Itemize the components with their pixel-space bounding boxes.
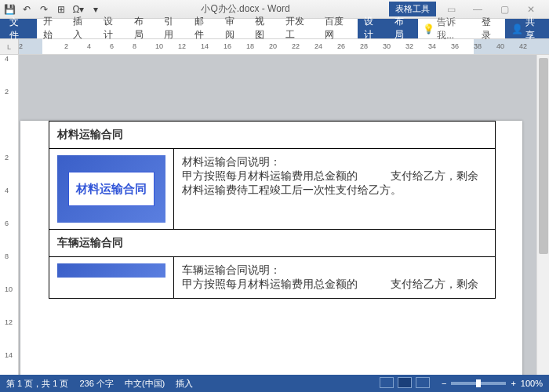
window-controls: ▭ — ▢ ✕ bbox=[436, 3, 546, 16]
document-area: 422468101214 材料运输合同 材料运输合同 材料运输合同说明： 甲方按… bbox=[0, 55, 549, 375]
zoom-control: − + 100% bbox=[442, 379, 543, 388]
contract-image-label: 材料运输合同 bbox=[68, 172, 155, 206]
word-count[interactable]: 236 个字 bbox=[79, 378, 113, 390]
status-bar: 第 1 页，共 1 页 236 个字 中文(中国) 插入 − + 100% bbox=[0, 375, 549, 392]
share-button[interactable]: 👤共享 bbox=[505, 19, 549, 38]
page-count[interactable]: 第 1 页，共 1 页 bbox=[6, 378, 68, 390]
tab-selector[interactable]: L bbox=[0, 39, 19, 54]
redo-icon[interactable]: ↷ bbox=[38, 3, 50, 16]
home-tab[interactable]: 开始 bbox=[37, 19, 67, 38]
zoom-level[interactable]: 100% bbox=[521, 379, 543, 388]
minimize-icon[interactable]: — bbox=[467, 3, 488, 16]
table-icon[interactable]: ⊞ bbox=[55, 3, 67, 16]
undo-icon[interactable]: ↶ bbox=[20, 3, 33, 16]
save-icon[interactable]: 💾 bbox=[3, 3, 16, 16]
file-tab[interactable]: 文件 bbox=[0, 19, 37, 38]
web-layout-icon[interactable] bbox=[416, 377, 430, 388]
zoom-out-button[interactable]: − bbox=[442, 379, 446, 388]
document-table[interactable]: 材料运输合同 材料运输合同 材料运输合同说明： 甲方按照每月材料运输费用总金额的… bbox=[49, 121, 496, 299]
view-tab[interactable]: 视图 bbox=[249, 19, 279, 38]
insert-mode[interactable]: 插入 bbox=[176, 378, 193, 390]
table-cell-body[interactable]: 材料运输合同说明： 甲方按照每月材料运输费用总金额的 支付给乙方，剩余材料运输费… bbox=[174, 149, 496, 230]
page[interactable]: 材料运输合同 材料运输合同 材料运输合同说明： 甲方按照每月材料运输费用总金额的… bbox=[20, 121, 522, 375]
read-mode-icon[interactable] bbox=[380, 377, 394, 388]
contract-image-partial[interactable] bbox=[57, 263, 165, 278]
vertical-scrollbar[interactable] bbox=[536, 55, 549, 375]
close-icon[interactable]: ✕ bbox=[521, 3, 541, 16]
zoom-in-button[interactable]: + bbox=[511, 379, 515, 388]
insert-tab[interactable]: 插入 bbox=[67, 19, 97, 38]
maximize-icon[interactable]: ▢ bbox=[494, 3, 514, 16]
bulb-icon: 💡 bbox=[423, 24, 434, 34]
table-row-header[interactable]: 材料运输合同 bbox=[49, 122, 496, 149]
view-buttons bbox=[379, 377, 431, 390]
ribbon-tabs: 文件 开始 插入 设计 布局 引用 邮件 审阅 视图 开发工 百度网 设计 布局… bbox=[0, 19, 549, 39]
developer-tab[interactable]: 开发工 bbox=[279, 19, 318, 38]
language-status[interactable]: 中文(中国) bbox=[125, 378, 165, 390]
review-tab[interactable]: 审阅 bbox=[219, 19, 249, 38]
references-tab[interactable]: 引用 bbox=[158, 19, 188, 38]
qat-dropdown-icon[interactable]: ▾ bbox=[89, 3, 102, 16]
layout-tab[interactable]: 布局 bbox=[128, 19, 158, 38]
ribbon-display-icon[interactable]: ▭ bbox=[441, 3, 461, 16]
horizontal-ruler-area: L 22468101214161820222426283032343638404… bbox=[0, 39, 549, 55]
symbol-icon[interactable]: Ω▾ bbox=[72, 3, 85, 16]
table-design-tab[interactable]: 设计 bbox=[358, 19, 388, 38]
scroll-thumb[interactable] bbox=[539, 58, 548, 254]
login-button[interactable]: 登录 bbox=[475, 19, 506, 38]
baidu-tab[interactable]: 百度网 bbox=[318, 19, 358, 38]
table-cell-image[interactable] bbox=[49, 257, 174, 299]
table-cell-body[interactable]: 车辆运输合同说明： 甲方按照每月材料运输费用总金额的 支付给乙方，剩余 bbox=[174, 257, 496, 299]
table-layout-tab[interactable]: 布局 bbox=[388, 19, 419, 38]
zoom-slider[interactable] bbox=[451, 382, 506, 385]
page-viewport: 材料运输合同 材料运输合同 材料运输合同说明： 甲方按照每月材料运输费用总金额的… bbox=[19, 55, 549, 375]
table-row-header[interactable]: 车辆运输合同 bbox=[49, 230, 496, 257]
horizontal-ruler[interactable]: 224681012141618202224262830323436384042 bbox=[19, 39, 549, 54]
print-layout-icon[interactable] bbox=[398, 377, 412, 388]
table-cell-image[interactable]: 材料运输合同 bbox=[49, 149, 174, 230]
contract-image[interactable]: 材料运输合同 bbox=[57, 155, 165, 223]
vertical-ruler[interactable]: 422468101214 bbox=[0, 55, 19, 375]
person-icon: 👤 bbox=[511, 24, 523, 34]
quick-access-toolbar: 💾 ↶ ↷ ⊞ Ω▾ ▾ bbox=[3, 3, 102, 16]
tell-me-search[interactable]: 💡告诉我... bbox=[418, 19, 474, 38]
document-title: 小Q办公.docx - Word bbox=[102, 2, 389, 16]
design-tab[interactable]: 设计 bbox=[97, 19, 128, 38]
mailings-tab[interactable]: 邮件 bbox=[188, 19, 219, 38]
